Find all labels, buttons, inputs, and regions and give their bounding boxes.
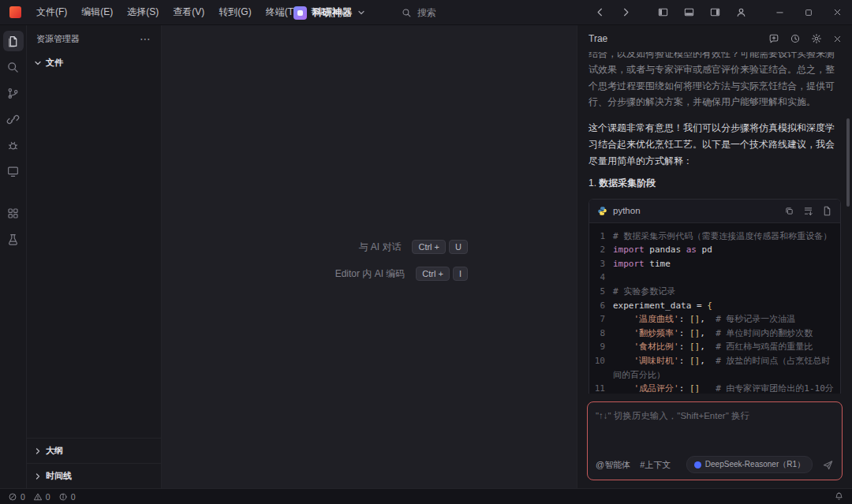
problem-counters: 000 xyxy=(8,492,76,502)
warning-count: 0 xyxy=(46,492,50,502)
python-icon xyxy=(597,206,607,216)
editor-hints: 与 AI 对话Ctrl +UEditor 内 AI 编码Ctrl +I xyxy=(271,240,468,281)
code-line: 4 xyxy=(591,271,834,285)
search-icon xyxy=(6,61,20,74)
hint-row: Editor 内 AI 编码Ctrl +I xyxy=(271,267,468,281)
layout-sidebar-right-icon[interactable] xyxy=(702,0,728,24)
activity-bar xyxy=(0,25,27,488)
code-line: 6experiment_data = { xyxy=(591,299,834,313)
section-label: 时间线 xyxy=(46,470,72,482)
assistant-thinking-text: 结合，以及如何验证模型的有效性？可能需要设计实验来测试效果，或者与专家评审或感官… xyxy=(589,52,841,110)
close-panel-icon[interactable] xyxy=(832,34,843,44)
activity-item-preview[interactable] xyxy=(3,161,24,181)
agent-mention-button[interactable]: @智能体 xyxy=(596,459,630,471)
code-block: python 1# 数据 xyxy=(589,199,841,394)
code-line: 5# 实验参数记录 xyxy=(591,285,834,299)
notifications-bell-icon[interactable] xyxy=(834,491,844,502)
hint-row: 与 AI 对话Ctrl +U xyxy=(271,240,468,254)
chat-input-box[interactable]: "↑↓" 切换历史输入，"Shift+Enter" 换行 @智能体 #上下文 D… xyxy=(587,401,843,480)
search-placeholder: 搜索 xyxy=(417,6,436,20)
list-label: 数据采集阶段 xyxy=(599,177,656,189)
sidebar-header: 资源管理器 ⋯ xyxy=(27,25,161,52)
account-icon[interactable] xyxy=(728,0,754,24)
assistant-list-item: 1. 数据采集阶段 xyxy=(589,177,841,190)
sidebar-section-files[interactable]: 文件 xyxy=(27,52,161,73)
explorer-sidebar: 资源管理器 ⋯ 文件 大纲 时间线 xyxy=(27,25,162,488)
layout-panel-bottom-icon[interactable] xyxy=(676,0,702,24)
menu-item[interactable]: 文件(F) xyxy=(29,3,74,21)
link-icon xyxy=(6,113,20,126)
chevron-right-icon xyxy=(34,447,42,455)
source-control-icon xyxy=(6,87,20,100)
activity-item-apps[interactable] xyxy=(3,203,24,223)
titlebar-center: 科研神器 搜索 xyxy=(289,0,444,25)
maximize-button[interactable] xyxy=(794,0,823,24)
app-window: 文件(F)编辑(E)选择(S)查看(V)转到(G)终端(T)帮助(H) 科研神器… xyxy=(0,0,852,504)
workspace-selector[interactable]: 科研神器 xyxy=(289,4,370,22)
activity-item-link[interactable] xyxy=(3,109,24,129)
activity-item-source-control[interactable] xyxy=(3,83,24,103)
hint-shortcut: Ctrl +U xyxy=(412,240,468,254)
preview-icon xyxy=(6,165,20,178)
list-number: 1. xyxy=(589,177,596,189)
global-search[interactable]: 搜索 xyxy=(394,3,444,23)
info-counter[interactable]: 0 xyxy=(58,492,76,502)
ai-panel-header: Trae xyxy=(577,25,852,52)
kbd-key: U xyxy=(449,240,468,254)
code-line: 9 '食材比例': [], # 西红柿与鸡蛋的重量比 xyxy=(591,340,834,354)
ai-panel-actions xyxy=(768,33,843,44)
context-mention-button[interactable]: #上下文 xyxy=(640,459,671,471)
kbd-key: Ctrl + xyxy=(412,240,446,254)
section-label: 文件 xyxy=(46,57,63,69)
chevron-down-icon xyxy=(357,9,365,17)
workspace-icon xyxy=(293,6,307,20)
flask-icon xyxy=(6,233,20,246)
activity-item-flask[interactable] xyxy=(3,229,24,249)
warning-counter[interactable]: 0 xyxy=(33,492,50,502)
close-button[interactable] xyxy=(823,0,852,24)
sidebar-section-outline[interactable]: 大纲 xyxy=(27,438,161,463)
kbd-key: Ctrl + xyxy=(416,267,450,281)
send-icon[interactable] xyxy=(822,459,834,471)
hint-label: 与 AI 对话 xyxy=(358,241,401,254)
copy-code-icon[interactable] xyxy=(784,206,794,216)
model-selector[interactable]: DeepSeek-Reasoner（R1） xyxy=(686,456,813,473)
menu-item[interactable]: 转到(G) xyxy=(211,3,258,21)
activity-item-search[interactable] xyxy=(3,57,24,77)
forward-icon[interactable] xyxy=(613,0,639,24)
activity-item-explorer[interactable] xyxy=(3,31,24,51)
minimize-button[interactable] xyxy=(765,0,794,24)
insert-code-icon[interactable] xyxy=(803,206,813,216)
code-line: 10 '调味时机': [], # 放盐的时间点（占烹饪总时间的百分比） xyxy=(591,354,834,382)
model-logo-icon xyxy=(694,461,701,469)
menu-item[interactable]: 选择(S) xyxy=(120,3,166,21)
sidebar-section-timeline[interactable]: 时间线 xyxy=(27,463,161,488)
chat-input-toolbar: @智能体 #上下文 DeepSeek-Reasoner（R1） xyxy=(596,456,834,473)
settings-icon[interactable] xyxy=(811,33,822,44)
main-row: 资源管理器 ⋯ 文件 大纲 时间线 与 AI 对话Ctrl +UEditor xyxy=(0,25,852,488)
menu-item[interactable]: 查看(V) xyxy=(166,3,211,21)
panel-scrollbar[interactable] xyxy=(846,118,850,207)
chat-input-placeholder: "↑↓" 切换历史输入，"Shift+Enter" 换行 xyxy=(596,410,834,422)
create-file-icon[interactable] xyxy=(822,206,832,216)
code-actions xyxy=(784,206,832,216)
titlebar-right xyxy=(587,0,852,24)
more-actions-icon[interactable]: ⋯ xyxy=(140,33,151,44)
back-icon[interactable] xyxy=(587,0,613,24)
code-line: 11 '成品评分': [] # 由专家评审团给出的1-10分 xyxy=(591,382,834,394)
model-name: DeepSeek-Reasoner（R1） xyxy=(705,459,805,470)
debug-icon xyxy=(6,139,20,152)
editor-area: 与 AI 对话Ctrl +UEditor 内 AI 编码Ctrl +I xyxy=(162,25,577,488)
error-counter[interactable]: 0 xyxy=(8,492,25,502)
code-line: 1# 数据采集示例代码（需要连接温度传感器和称重设备） xyxy=(591,230,834,244)
activity-item-debug[interactable] xyxy=(3,135,24,155)
code-line: 3import time xyxy=(591,257,834,271)
new-chat-icon[interactable] xyxy=(768,33,779,44)
chevron-right-icon xyxy=(34,472,42,480)
info-count: 0 xyxy=(71,492,76,502)
chat-history: 结合，以及如何验证模型的有效性？可能需要设计实验来测试效果，或者与专家评审或感官… xyxy=(577,52,852,394)
hint-shortcut: Ctrl +I xyxy=(416,267,468,281)
menu-item[interactable]: 编辑(E) xyxy=(74,3,120,21)
history-icon[interactable] xyxy=(790,33,801,44)
layout-sidebar-left-icon[interactable] xyxy=(650,0,676,24)
